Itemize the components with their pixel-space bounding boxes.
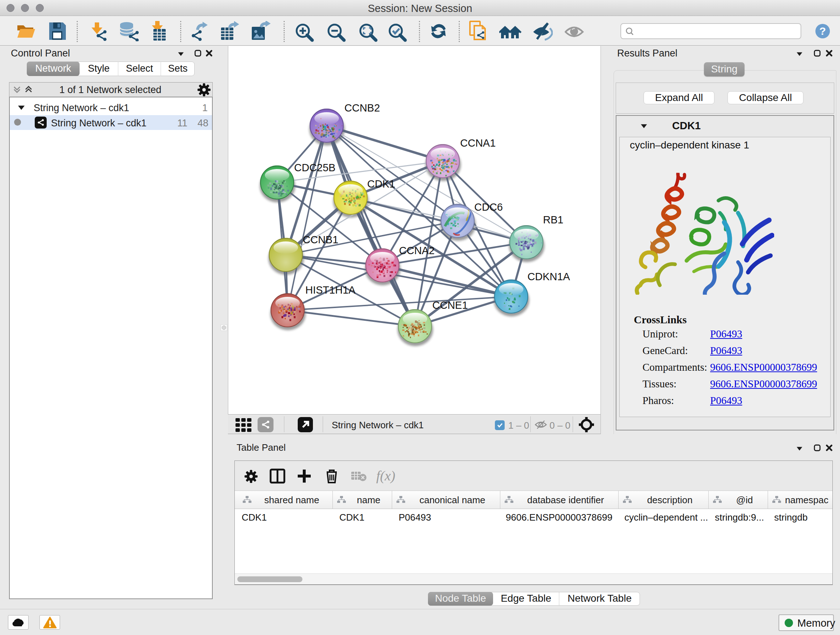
svg-text:CCNB1: CCNB1 (303, 234, 338, 245)
svg-text:CDKN1A: CDKN1A (527, 271, 570, 282)
svg-text:CDC6: CDC6 (474, 201, 503, 213)
svg-text:CCNE1: CCNE1 (432, 299, 468, 311)
svg-text:RB1: RB1 (543, 214, 563, 226)
svg-text:CCNB2: CCNB2 (344, 102, 380, 114)
svg-text:CCNA1: CCNA1 (460, 137, 496, 149)
svg-text:CCNA2: CCNA2 (399, 245, 434, 256)
svg-text:CDC25B: CDC25B (294, 162, 335, 173)
svg-text:HIST1H1A: HIST1H1A (305, 284, 355, 296)
svg-text:CDK1: CDK1 (367, 178, 395, 190)
